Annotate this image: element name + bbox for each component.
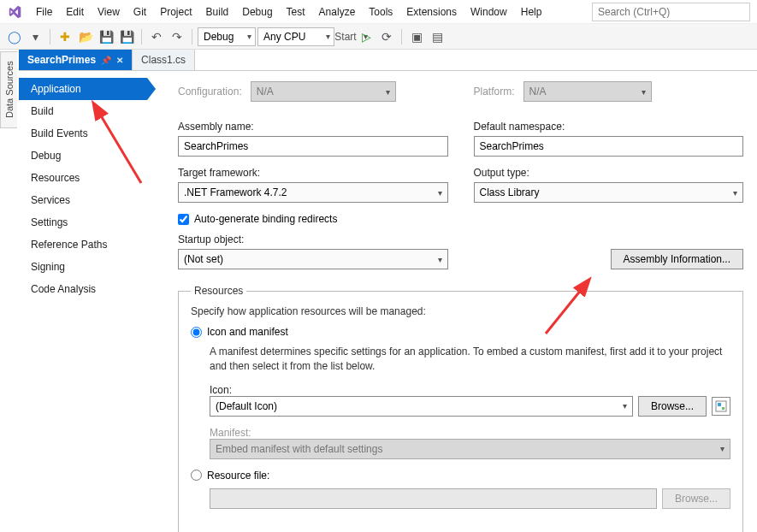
menu-build[interactable]: Build: [199, 3, 236, 21]
close-icon[interactable]: ✕: [116, 56, 123, 65]
save-icon[interactable]: 💾: [97, 27, 115, 46]
start-debug-button[interactable]: ▶Start▾: [336, 27, 355, 46]
menu-git[interactable]: Git: [127, 3, 153, 21]
open-folder-icon[interactable]: 📂: [76, 27, 95, 46]
manifest-label: Manifest:: [210, 427, 251, 439]
manifest-select: Embed manifest with default settings: [210, 439, 730, 459]
tab-label: SearchPrimes: [27, 54, 96, 66]
target-framework-select[interactable]: .NET Framework 4.7.2: [178, 182, 448, 203]
solution-platform-select[interactable]: Any CPU: [257, 27, 334, 46]
solution-platform-label: Any CPU: [263, 31, 305, 43]
startup-object-select[interactable]: (Not set): [178, 249, 448, 269]
document-tabs: SearchPrimes 📌 ✕ Class1.cs: [19, 50, 757, 70]
solution-config-select[interactable]: Debug: [198, 27, 256, 46]
configuration-select: N/A: [251, 81, 396, 102]
nav-forward-button[interactable]: ▾: [26, 27, 44, 46]
save-all-icon[interactable]: 💾: [117, 27, 136, 46]
layout-icon[interactable]: ▤: [428, 27, 447, 46]
startup-object-label: Startup object:: [178, 233, 448, 245]
assembly-information-button[interactable]: Assembly Information...: [611, 249, 743, 269]
menu-analyze[interactable]: Analyze: [312, 3, 363, 21]
tab-class1[interactable]: Class1.cs: [133, 50, 195, 70]
nav-signing[interactable]: Signing: [19, 256, 147, 278]
platform-select: N/A: [523, 81, 652, 102]
new-project-icon[interactable]: ✚: [56, 27, 74, 46]
nav-build[interactable]: Build: [19, 100, 147, 122]
platform-label: Platform:: [474, 86, 515, 98]
output-type-label: Output type:: [474, 167, 744, 179]
nav-services[interactable]: Services: [19, 189, 147, 211]
icon-preview-icon: [712, 397, 730, 416]
browser-link-icon[interactable]: ⟳: [377, 27, 396, 46]
menu-file[interactable]: File: [29, 3, 59, 21]
tab-label: Class1.cs: [141, 54, 186, 66]
project-properties: Application Build Build Events Debug Res…: [19, 70, 757, 532]
nav-code-analysis[interactable]: Code Analysis: [19, 278, 147, 300]
output-type-select[interactable]: Class Library: [474, 182, 744, 203]
resource-file-label: Resource file:: [207, 470, 269, 482]
start-without-debug-icon[interactable]: ▷: [357, 27, 376, 46]
application-page: Configuration: N/A Platform: N/A Assembl…: [147, 71, 757, 532]
toolbar: ◯ ▾ ✚ 📂 💾 💾 ↶ ↷ Debug Any CPU ▶Start▾ ▷ …: [0, 24, 757, 50]
menu-debug[interactable]: Debug: [235, 3, 279, 21]
search-input[interactable]: [592, 3, 750, 21]
assembly-name-input[interactable]: [178, 136, 448, 157]
icon-manifest-label: Icon and manifest: [207, 326, 288, 338]
redo-icon[interactable]: ↷: [168, 27, 186, 46]
menu-view[interactable]: View: [91, 3, 127, 21]
resource-browse-button: Browse...: [662, 488, 730, 509]
pin-icon[interactable]: 📌: [101, 56, 111, 65]
target-framework-label: Target framework:: [178, 167, 448, 179]
toolbox-icon[interactable]: ▣: [407, 27, 426, 46]
menu-window[interactable]: Window: [464, 3, 514, 21]
icon-label: Icon:: [210, 384, 232, 396]
resources-group: Resources Specify how application resour…: [178, 285, 743, 532]
data-sources-tab[interactable]: Data Sources: [0, 51, 17, 128]
menu-tools[interactable]: Tools: [362, 3, 399, 21]
resources-legend: Resources: [191, 285, 246, 297]
menu-test[interactable]: Test: [280, 3, 312, 21]
nav-settings[interactable]: Settings: [19, 211, 147, 233]
menu-bar: File Edit View Git Project Build Debug T…: [0, 0, 757, 24]
svg-rect-1: [718, 403, 721, 406]
property-nav: Application Build Build Events Debug Res…: [19, 71, 147, 532]
quick-launch[interactable]: [592, 3, 750, 21]
vs-logo-icon: [5, 3, 24, 21]
menu-help[interactable]: Help: [514, 3, 549, 21]
solution-config-label: Debug: [204, 31, 234, 43]
nav-resources[interactable]: Resources: [19, 167, 147, 189]
default-namespace-label: Default namespace:: [474, 121, 744, 133]
resource-file-input: [210, 488, 657, 509]
default-namespace-input[interactable]: [474, 136, 744, 157]
svg-rect-2: [722, 407, 724, 410]
menu-extensions[interactable]: Extensions: [399, 3, 464, 21]
undo-icon[interactable]: ↶: [147, 27, 166, 46]
tab-searchprimes[interactable]: SearchPrimes 📌 ✕: [19, 50, 133, 70]
manifest-note: A manifest determines specific settings …: [210, 345, 730, 374]
nav-application[interactable]: Application: [19, 78, 147, 100]
resource-file-radio[interactable]: [191, 470, 202, 481]
icon-browse-button[interactable]: Browse...: [638, 396, 707, 417]
nav-debug[interactable]: Debug: [19, 145, 147, 167]
configuration-label: Configuration:: [178, 86, 242, 98]
nav-back-button[interactable]: ◯: [5, 27, 24, 46]
nav-build-events[interactable]: Build Events: [19, 122, 147, 145]
assembly-name-label: Assembly name:: [178, 121, 448, 133]
icon-select[interactable]: (Default Icon): [210, 396, 633, 417]
start-label: Start: [334, 31, 356, 43]
document-area: SearchPrimes 📌 ✕ Class1.cs Application B…: [19, 50, 757, 532]
menu-edit[interactable]: Edit: [59, 3, 91, 21]
auto-redirects-label: Auto-generate binding redirects: [194, 213, 337, 225]
auto-redirects-checkbox[interactable]: [178, 214, 189, 225]
menu-project[interactable]: Project: [153, 3, 198, 21]
nav-reference-paths[interactable]: Reference Paths: [19, 233, 147, 256]
icon-manifest-radio[interactable]: [191, 327, 202, 338]
resources-description: Specify how application resources will b…: [191, 305, 730, 317]
